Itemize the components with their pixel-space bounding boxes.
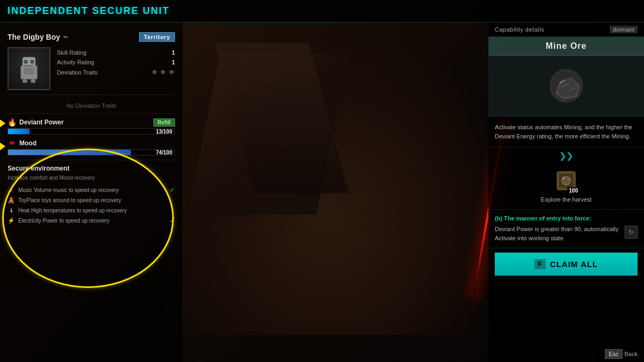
no-deviation-traits: No Deviation Traits	[8, 99, 175, 114]
deviant-power-header: 🔥 Deviant Power Refill	[8, 118, 175, 127]
bottom-bar: Esc Back	[598, 346, 644, 362]
claim-all-button[interactable]: F CLAIM ALL	[495, 253, 638, 276]
mood-label: Mood	[19, 139, 36, 147]
svg-point-4	[25, 61, 26, 62]
eye-icon-1: 👁	[151, 69, 158, 76]
env-item-music-label: Music Volume music to speed up recovery	[18, 187, 119, 193]
capability-description: Activate status automates Mining, and th…	[488, 116, 644, 147]
check-music: ✓	[170, 186, 175, 194]
svg-point-21	[562, 177, 565, 179]
activity-rating-value: 1	[172, 59, 175, 65]
secure-environment-section: Secure environment Increase comfort and …	[8, 165, 175, 226]
svg-rect-6	[24, 65, 33, 67]
ore-icon-container	[488, 56, 644, 116]
harvest-item: 100 Explore the harvest	[488, 164, 644, 210]
mood-header: ❤ Mood	[8, 139, 175, 147]
secure-env-title: Secure environment	[8, 165, 175, 172]
chevron-divider: ❯❯	[488, 147, 644, 164]
auto-activate-icon: ↻	[625, 226, 638, 239]
svg-rect-8	[23, 79, 27, 83]
skill-rating-value: 1	[172, 49, 175, 56]
dormant-badge: dormant	[610, 26, 638, 33]
mood-section: ❤ Mood 74/100	[8, 139, 175, 156]
mine-ore-title: Mine Ore	[546, 41, 587, 50]
entry-condition-title: (b) The manner of entry into force:	[495, 215, 638, 221]
mood-name-wrap: ❤ Mood	[8, 139, 36, 147]
env-item-heat: 🌡 Heat High temperatures to speed up rec…	[8, 205, 175, 215]
entry-condition-text: Deviant Power is greater than 90, automa…	[495, 225, 620, 242]
sync-icon: ↻	[628, 228, 634, 236]
deviation-traits-label: Deviation Traits	[57, 69, 98, 76]
env-item-electricity-label: Electricity Power to speed up recovery	[18, 218, 109, 224]
secure-env-subtitle: Increase comfort and Mood recovery	[8, 174, 175, 181]
back-label: Back	[625, 351, 638, 357]
svg-point-22	[568, 179, 570, 180]
edit-icon[interactable]: ✏	[63, 34, 68, 41]
skill-rating-row: Skill Rating 1	[57, 49, 175, 56]
heat-icon: 🌡	[8, 207, 15, 213]
harvest-icon-wrap: 100	[553, 167, 580, 194]
entry-condition-body: Deviant Power is greater than 90, automa…	[495, 225, 638, 242]
divider-1	[8, 160, 175, 160]
ore-icon-svg	[545, 64, 588, 107]
deviant-power-section: 🔥 Deviant Power Refill 13/100	[8, 118, 175, 135]
esc-hotkey: Esc Back	[605, 349, 638, 359]
unit-name-container: The Digby Boy ✏	[8, 33, 135, 41]
music-icon: ♪	[8, 187, 15, 193]
toy-icon: 🧸	[8, 197, 15, 204]
esc-key: Esc	[605, 349, 622, 359]
harvest-count: 100	[567, 187, 580, 194]
entry-condition: (b) The manner of entry into force: Devi…	[488, 210, 644, 248]
env-item-music: ♪ Music Volume music to speed up recover…	[8, 184, 175, 195]
deviant-power-name-wrap: 🔥 Deviant Power	[8, 118, 64, 127]
env-item-heat-label: Heat High temperatures to speed up recov…	[18, 208, 127, 213]
unit-card: Skill Rating 1 Activity Rating 1 Deviati…	[8, 47, 175, 95]
page-title: INDEPENDENT SECURE UNIT	[8, 5, 170, 17]
svg-rect-9	[31, 79, 35, 83]
eye-icons: 👁 👁 👁	[151, 69, 175, 76]
check-electricity: ✓	[170, 217, 175, 224]
env-item-toy: 🧸 ToyPlace toys around to speed up recov…	[8, 195, 175, 205]
unit-stats: Skill Rating 1 Activity Rating 1 Deviati…	[57, 47, 175, 90]
deviant-power-value: 13/100	[156, 129, 172, 135]
territory-badge: Territory	[139, 32, 175, 42]
electricity-icon: ⚡	[8, 217, 15, 224]
mine-ore-header: Mine Ore	[488, 37, 644, 56]
harvest-label: Explore the harvest	[541, 196, 592, 203]
mood-fill	[8, 150, 131, 155]
refill-button[interactable]: Refill	[153, 119, 175, 127]
chevron-down-icon: ❯❯	[559, 151, 573, 161]
eye-icon-3: 👁	[169, 69, 175, 76]
activity-rating-label: Activity Rating	[57, 59, 94, 65]
unit-avatar	[8, 47, 50, 90]
deviant-power-fill	[8, 129, 30, 134]
f-key-badge: F	[535, 259, 546, 269]
activity-rating-row: Activity Rating 1	[57, 59, 175, 65]
deviant-power-label: Deviant Power	[19, 119, 64, 126]
claim-all-label: CLAIM ALL	[550, 260, 598, 269]
deviant-power-arrow	[0, 116, 3, 131]
mood-bar: 74/100	[8, 149, 175, 156]
robot-avatar-svg	[13, 53, 45, 85]
mood-value: 74/100	[156, 150, 172, 156]
env-item-toy-label: ToyPlace toys around to speed up recover…	[18, 197, 121, 203]
right-panel: Capability details dormant Mine Ore Acti…	[488, 23, 644, 362]
deviant-power-icon: 🔥	[8, 118, 16, 127]
mood-arrow	[0, 139, 3, 154]
eye-icon-2: 👁	[160, 69, 166, 76]
deviant-power-bar: 13/100	[8, 128, 175, 135]
unit-header: The Digby Boy ✏ Territory	[8, 32, 175, 42]
capability-label: Capability details	[495, 26, 544, 33]
skill-rating-label: Skill Rating	[57, 49, 86, 56]
deviation-traits-row: Deviation Traits 👁 👁 👁	[57, 69, 175, 76]
svg-rect-7	[24, 69, 33, 74]
title-bar: INDEPENDENT SECURE UNIT	[0, 0, 644, 23]
mood-icon: ❤	[8, 139, 16, 147]
env-item-electricity: ⚡ Electricity Power to speed up recovery…	[8, 215, 175, 226]
left-panel: The Digby Boy ✏ Territory	[0, 23, 182, 362]
capability-header: Capability details dormant	[488, 23, 644, 37]
svg-point-5	[31, 61, 33, 62]
unit-name: The Digby Boy	[8, 33, 60, 41]
fire-icon: 🔥	[8, 118, 17, 127]
heart-icon: ❤	[9, 139, 15, 147]
